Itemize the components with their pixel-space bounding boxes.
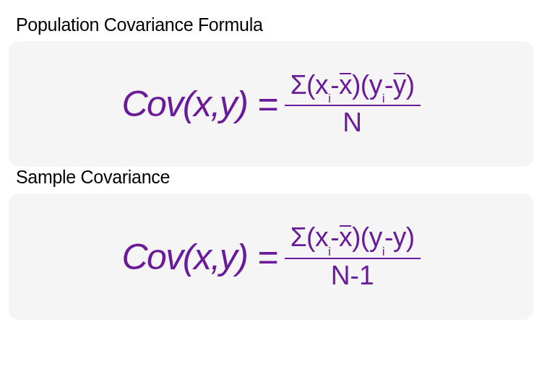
var-x: x (315, 70, 328, 100)
population-title: Population Covariance Formula (9, 14, 533, 35)
paren-open: ( (306, 222, 315, 252)
var-y: y (369, 70, 382, 100)
population-formula-card: Cov(x,y) = Σ(xi-x)(yi-y) N (9, 41, 533, 167)
subscript-i: i (382, 245, 384, 258)
population-denominator: N (343, 106, 362, 138)
minus-symbol: - (330, 70, 339, 100)
paren-open: ( (306, 70, 315, 100)
minus-symbol: - (384, 70, 393, 100)
paren-close: ) (406, 70, 415, 100)
sample-section: Sample Covariance Cov(x,y) = Σ(xi-x)(yi-… (9, 167, 533, 319)
var-y-plain: y (393, 222, 406, 252)
paren-close: ) (352, 222, 361, 252)
population-equals: = (258, 83, 279, 125)
var-x: x (315, 222, 328, 252)
population-lhs: Cov(x,y) (121, 83, 247, 125)
sample-equals: = (258, 236, 279, 278)
population-numerator: Σ(xi-x)(yi-y) (285, 70, 421, 106)
minus-symbol: - (384, 222, 393, 252)
subscript-i: i (382, 92, 384, 105)
paren-close: ) (406, 222, 415, 252)
subscript-i: i (328, 245, 330, 258)
paren-close: ) (352, 70, 361, 100)
sample-denominator: N-1 (331, 259, 374, 291)
sample-formula: Cov(x,y) = Σ(xi-x)(yi-y) N-1 (121, 222, 420, 290)
population-fraction: Σ(xi-x)(yi-y) N (285, 70, 421, 138)
x-bar: x (339, 70, 352, 100)
paren-open: ( (361, 222, 369, 252)
minus-symbol: - (330, 222, 339, 252)
x-bar: x (339, 222, 352, 253)
population-section: Population Covariance Formula Cov(x,y) =… (9, 14, 533, 167)
sigma-symbol: Σ (291, 222, 306, 252)
sample-lhs: Cov(x,y) (121, 236, 247, 278)
y-bar: y (393, 70, 406, 100)
sample-formula-card: Cov(x,y) = Σ(xi-x)(yi-y) N-1 (9, 193, 533, 319)
sample-title: Sample Covariance (9, 167, 533, 188)
population-formula: Cov(x,y) = Σ(xi-x)(yi-y) N (121, 70, 420, 138)
sample-numerator: Σ(xi-x)(yi-y) (285, 222, 421, 258)
sigma-symbol: Σ (291, 70, 306, 100)
subscript-i: i (328, 92, 330, 105)
sample-fraction: Σ(xi-x)(yi-y) N-1 (285, 222, 421, 290)
paren-open: ( (361, 70, 369, 100)
var-y: y (369, 222, 382, 252)
